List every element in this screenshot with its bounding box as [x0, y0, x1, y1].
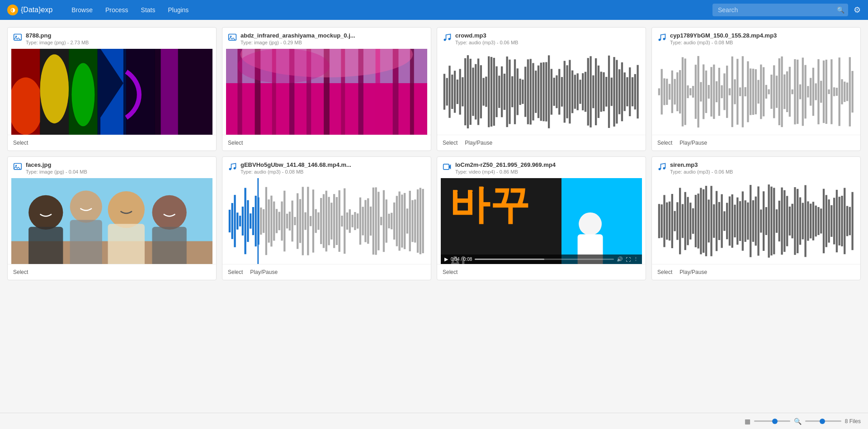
action-select[interactable]: Select — [657, 140, 672, 146]
svg-rect-35 — [454, 71, 456, 113]
svg-rect-105 — [637, 65, 638, 118]
nav-stats[interactable]: Stats — [137, 5, 160, 15]
card-type-icon — [13, 162, 22, 174]
svg-rect-130 — [716, 81, 717, 102]
zoom-slider[interactable] — [805, 420, 841, 422]
zoom-icon[interactable]: 🔍 — [794, 418, 802, 425]
svg-rect-71 — [548, 55, 550, 128]
grid-size-slider[interactable] — [754, 420, 790, 422]
svg-rect-151 — [770, 75, 772, 109]
grid-view-icon[interactable]: ▦ — [745, 418, 750, 425]
svg-rect-176 — [836, 88, 838, 96]
action-select[interactable]: Select — [443, 269, 458, 275]
svg-rect-319 — [747, 203, 749, 240]
svg-rect-42 — [472, 68, 474, 116]
svg-rect-91 — [600, 72, 602, 112]
svg-rect-249 — [364, 200, 366, 242]
svg-rect-206 — [252, 207, 254, 235]
svg-rect-343 — [810, 204, 811, 239]
card-type-icon — [13, 33, 22, 44]
nav-plugins[interactable]: Plugins — [163, 5, 193, 15]
file-card: gEBVHo5gUbw_141.48_146.68.mp4.m... Type:… — [222, 156, 431, 280]
card-info: 8788.png Type: image (png) - 2.73 MB — [26, 32, 211, 45]
video-more-icon[interactable]: ⋮ — [633, 256, 638, 262]
svg-rect-233 — [323, 194, 325, 248]
zoom-track — [805, 420, 841, 422]
svg-rect-245 — [354, 212, 356, 230]
action-select[interactable]: Select — [443, 140, 458, 146]
nav-browse[interactable]: Browse — [67, 5, 97, 15]
svg-rect-69 — [542, 62, 544, 121]
svg-rect-257 — [386, 199, 387, 243]
svg-rect-270 — [420, 188, 421, 254]
svg-rect-259 — [391, 213, 392, 230]
card-info: faces.jpg Type: image (jpg) - 0.04 MB — [26, 161, 211, 174]
svg-rect-301 — [700, 188, 702, 255]
video-progress-fill — [475, 259, 544, 260]
card-title: loCm2m-rZ50_261.995_269.969.mp4 — [455, 161, 640, 168]
svg-rect-199 — [234, 195, 236, 247]
svg-rect-82 — [577, 73, 579, 110]
svg-rect-192 — [108, 224, 145, 264]
svg-rect-83 — [579, 80, 581, 104]
svg-rect-255 — [380, 217, 382, 226]
svg-rect-175 — [833, 87, 835, 96]
svg-point-5 — [40, 54, 69, 123]
svg-rect-45 — [480, 65, 482, 118]
svg-rect-59 — [517, 68, 519, 115]
action-select[interactable]: Select — [13, 269, 28, 275]
card-header: 8788.png Type: image (png) - 2.73 MB — [8, 28, 216, 49]
svg-rect-241 — [344, 189, 345, 254]
svg-rect-218 — [283, 191, 285, 252]
svg-point-195 — [229, 168, 231, 170]
svg-rect-220 — [289, 212, 291, 231]
svg-rect-109 — [661, 69, 663, 115]
svg-point-283 — [659, 168, 661, 170]
video-fullscreen-icon[interactable]: ⛶ — [626, 257, 631, 262]
svg-rect-65 — [532, 63, 534, 120]
video-volume-icon[interactable]: 🔊 — [617, 256, 623, 262]
action-playpause[interactable]: Play/Pause — [465, 140, 492, 146]
search-icon[interactable]: 🔍 — [837, 6, 844, 14]
svg-rect-114 — [674, 79, 675, 105]
action-select[interactable]: Select — [228, 269, 243, 275]
svg-rect-338 — [797, 189, 798, 253]
card-title: abdz_infrared_arashiyama_mockup_0.j... — [241, 32, 425, 39]
svg-rect-117 — [682, 57, 684, 127]
slider-thumb — [772, 419, 778, 424]
settings-icon[interactable]: ⚙ — [854, 5, 861, 15]
svg-rect-356 — [844, 188, 845, 255]
file-card: 8788.png Type: image (png) - 2.73 MB Sel… — [7, 27, 217, 151]
video-progress-bg[interactable] — [475, 259, 614, 260]
action-select[interactable]: Select — [228, 140, 243, 146]
nav-process[interactable]: Process — [101, 5, 133, 15]
svg-rect-355 — [841, 196, 843, 246]
svg-rect-342 — [807, 201, 809, 240]
brand-logo-area: ◑ {Data}exp — [7, 5, 52, 15]
video-play-icon[interactable]: ▶ — [444, 256, 448, 262]
svg-rect-90 — [598, 66, 599, 118]
file-card: abdz_infrared_arashiyama_mockup_0.j... T… — [222, 27, 431, 151]
svg-rect-43 — [475, 64, 476, 120]
card-type-icon — [657, 33, 666, 44]
action-playpause[interactable]: Play/Pause — [679, 140, 707, 146]
svg-rect-121 — [692, 86, 694, 98]
svg-rect-89 — [595, 58, 597, 125]
svg-rect-214 — [273, 202, 275, 241]
svg-rect-98 — [618, 69, 620, 114]
svg-rect-273 — [443, 164, 449, 170]
svg-rect-269 — [417, 189, 419, 253]
svg-rect-146 — [757, 80, 759, 104]
search-input[interactable] — [712, 4, 848, 16]
action-playpause[interactable]: Play/Pause — [679, 269, 707, 275]
svg-rect-203 — [244, 188, 246, 255]
svg-rect-351 — [830, 205, 832, 237]
action-select[interactable]: Select — [657, 269, 672, 275]
action-playpause[interactable]: Play/Pause — [250, 269, 278, 275]
svg-rect-268 — [414, 199, 416, 242]
action-select[interactable]: Select — [13, 140, 28, 146]
bottom-controls: ▦ 🔍 8 Files — [745, 418, 861, 425]
svg-rect-150 — [768, 90, 770, 94]
file-grid: 8788.png Type: image (png) - 2.73 MB Sel… — [7, 27, 861, 280]
svg-rect-333 — [783, 190, 785, 252]
